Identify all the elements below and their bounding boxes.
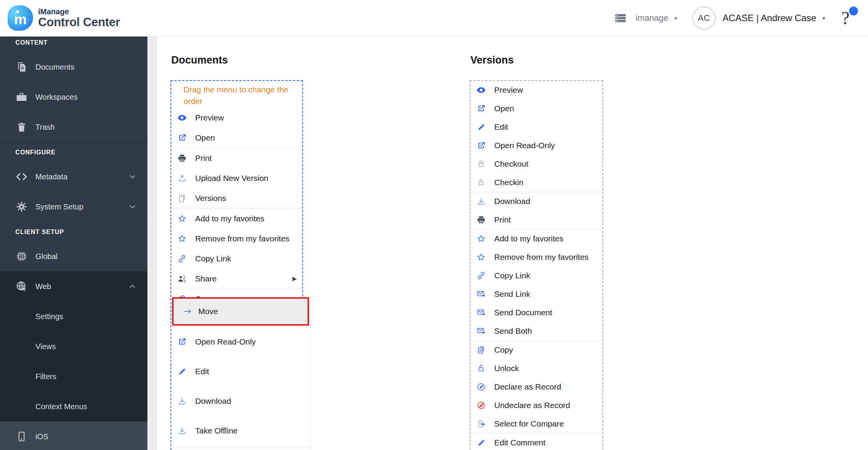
chevron-down-icon: [128, 172, 137, 181]
menu-item-open-read-only[interactable]: Open Read-Only: [171, 327, 303, 356]
chevron-down-icon: [128, 202, 137, 211]
menu-item-share[interactable]: Share▶: [171, 269, 303, 289]
pencil-icon: [477, 438, 486, 447]
menu-item-preview[interactable]: Preview: [470, 81, 602, 99]
menu-item-preview[interactable]: Preview: [171, 108, 303, 128]
menu-item-remove-from-my-favorites[interactable]: Remove from my favorites: [470, 248, 602, 266]
web-icon: [15, 280, 28, 293]
menu-item-edit-comment[interactable]: Edit Comment: [470, 433, 602, 450]
menu-item-copy-link[interactable]: Copy Link: [470, 266, 602, 285]
sidebar-item-label: Web: [35, 282, 51, 291]
logo-dot: [16, 10, 19, 13]
menu-item-label: Open Read-Only: [195, 337, 256, 346]
drag-hint: Drag the menu to change the order: [171, 81, 303, 108]
mail-icon: [477, 289, 486, 299]
sidebar-subitem-views[interactable]: Views: [0, 331, 147, 361]
menu-item-label: Select for Compare: [494, 419, 564, 428]
menu-item-label: Edit Comment: [494, 438, 545, 447]
documents-menu-list: PreviewOpenPrintUpload New VersionVersio…: [171, 108, 303, 309]
menu-item-label: Download: [195, 396, 231, 406]
menu-item-label: Take Offline: [195, 426, 238, 435]
lock-icon: [477, 159, 486, 169]
content-gutter: [147, 37, 157, 450]
globe-icon: [15, 250, 28, 263]
sidebar-item-system-setup[interactable]: System Setup: [0, 192, 147, 222]
menu-item-copy-link[interactable]: Copy Link: [171, 249, 303, 269]
dragged-menu-item-move[interactable]: Move: [172, 297, 309, 326]
menu-item-select-for-compare[interactable]: Select for Compare: [470, 415, 602, 433]
pencil-icon: [477, 122, 486, 132]
star-icon: [177, 214, 187, 223]
sidebar-item-workspaces[interactable]: Workspaces: [0, 82, 147, 112]
menu-item-add-to-my-favorites[interactable]: Add to my favorites: [470, 229, 602, 248]
pages-icon: [177, 194, 187, 203]
main-content: Documents Versions Drag the menu to chan…: [157, 37, 868, 450]
notification-dot: [849, 7, 858, 15]
section-label: CONTENT: [0, 39, 147, 47]
versions-menu-dropzone[interactable]: PreviewOpenEditOpen Read-OnlyCheckoutChe…: [470, 80, 603, 450]
header-right: imanage ▾ AC ACASE | Andrew Case ▾ ?: [614, 7, 860, 30]
sidebar-item-web[interactable]: Web: [0, 271, 147, 301]
eye-icon: [477, 85, 486, 95]
menu-item-label: Undeclare as Record: [494, 401, 570, 410]
sidebar-subitem-label: Views: [35, 342, 56, 351]
menu-item-open-read-only[interactable]: Open Read-Only: [470, 136, 602, 155]
user-menu[interactable]: ACASE | Andrew Case ▾: [722, 13, 825, 23]
sidebar-subitem-filters[interactable]: Filters: [0, 361, 147, 391]
avatar[interactable]: AC: [692, 7, 716, 30]
menu-item-edit[interactable]: Edit: [470, 118, 602, 136]
menu-item-send-both[interactable]: Send Both: [470, 322, 602, 340]
sidebar-item-label: Documents: [35, 63, 74, 72]
menu-item-print[interactable]: Print: [470, 211, 602, 229]
briefcase-icon: [15, 91, 28, 103]
menu-item-versions[interactable]: Versions: [171, 188, 303, 208]
menu-item-unlock[interactable]: Unlock: [470, 359, 602, 378]
sidebar-item-trash[interactable]: Trash: [0, 112, 147, 142]
eye-icon: [177, 113, 187, 122]
sidebar-item-global[interactable]: Global: [0, 241, 147, 271]
menu-item-download[interactable]: Download: [171, 386, 303, 416]
section-label: CLIENT SETUP: [0, 228, 147, 236]
sidebar-item-documents[interactable]: Documents: [0, 52, 147, 82]
people-icon: [177, 274, 187, 283]
open-icon: [477, 141, 486, 150]
mail-icon: [477, 308, 486, 317]
trash-icon: [15, 121, 28, 133]
open-icon: [177, 133, 187, 142]
sidebar-item-label: Global: [35, 252, 58, 261]
versions-panel-title: Versions: [470, 54, 514, 66]
sidebar-subitem-context-menus[interactable]: Context Menus: [0, 391, 147, 422]
link-icon: [177, 254, 187, 263]
menu-item-edit[interactable]: Edit: [171, 356, 303, 386]
versions-menu-list: PreviewOpenEditOpen Read-OnlyCheckoutChe…: [470, 81, 602, 450]
menu-item-download[interactable]: Download: [470, 192, 602, 211]
menu-item-send-document[interactable]: Send Document: [470, 303, 602, 322]
compare-icon: [477, 419, 486, 428]
menu-item-send-link[interactable]: Send Link: [470, 285, 602, 303]
docs-icon: [15, 61, 28, 73]
sidebar-item-label: iOS: [35, 432, 48, 441]
library-switcher[interactable]: imanage ▾: [636, 13, 677, 23]
menu-item-checkout[interactable]: Checkout: [470, 155, 602, 173]
menu-item-label: Remove from my favorites: [195, 234, 289, 243]
menu-item-copy[interactable]: Copy: [470, 341, 602, 359]
sidebar-subitem-settings[interactable]: Settings: [0, 301, 147, 331]
menu-item-take-offline[interactable]: Take Offline: [171, 416, 303, 445]
menu-item-add-to-my-favorites[interactable]: Add to my favorites: [171, 209, 303, 229]
menu-item-checkin[interactable]: Checkin: [470, 173, 602, 192]
menu-item-label: Print: [195, 154, 212, 163]
sidebar-item-ios[interactable]: iOS: [0, 422, 147, 450]
documents-menu-dropzone[interactable]: Drag the menu to change the order Previe…: [171, 80, 303, 450]
question-mark-icon: ?: [841, 8, 850, 28]
menu-item-print[interactable]: Print: [171, 148, 303, 168]
sidebar-item-metadata[interactable]: Metadata: [0, 162, 147, 192]
menu-item-label: Versions: [195, 194, 226, 203]
menu-item-undeclare-as-record[interactable]: Undeclare as Record: [470, 396, 602, 415]
open-icon: [177, 337, 187, 346]
menu-item-open[interactable]: Open: [470, 99, 602, 118]
menu-item-open[interactable]: Open: [171, 128, 303, 148]
menu-item-remove-from-my-favorites[interactable]: Remove from my favorites: [171, 229, 303, 249]
menu-item-declare-as-record[interactable]: Declare as Record: [470, 378, 602, 396]
help-button[interactable]: ?: [841, 9, 850, 27]
menu-item-upload-new-version[interactable]: Upload New Version: [171, 168, 303, 188]
